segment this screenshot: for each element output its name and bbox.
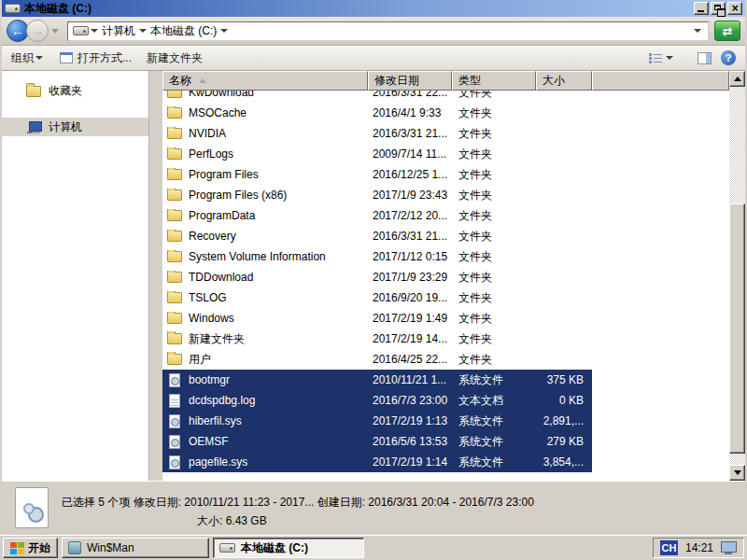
refresh-button[interactable]: ⇄ xyxy=(714,21,740,41)
taskbar: 开始 Win$Man 本地磁盘 (C:) CH 14:21 xyxy=(0,535,747,560)
file-row[interactable]: Windows2017/2/19 1:49文件夹 xyxy=(162,308,592,329)
file-row[interactable]: 用户2016/4/25 22...文件夹 xyxy=(162,349,592,370)
file-type: 文件夹 xyxy=(452,105,536,121)
drive-icon xyxy=(73,26,89,35)
clock[interactable]: 14:21 xyxy=(685,541,713,554)
selection-size: 大小: 6.43 GB xyxy=(197,511,534,530)
scroll-up-button[interactable] xyxy=(729,71,745,87)
chevron-down-icon[interactable] xyxy=(91,29,98,36)
file-row[interactable]: KwDownload2016/3/31 22...文件夹 xyxy=(162,91,592,103)
file-type: 系统文件 xyxy=(452,455,536,470)
file-date: 2017/2/19 1:14 xyxy=(368,455,452,469)
file-type: 文件夹 xyxy=(452,352,536,368)
help-button[interactable]: ? xyxy=(721,50,736,65)
window-title: 本地磁盘 (C:) xyxy=(24,1,692,17)
address-bar[interactable]: 计算机 本地磁盘 (C:) xyxy=(67,21,709,41)
column-header-empty[interactable] xyxy=(592,71,729,91)
chevron-down-icon[interactable] xyxy=(139,29,147,36)
title-bar[interactable]: 本地磁盘 (C:) × xyxy=(2,0,745,17)
language-indicator[interactable]: CH xyxy=(660,540,678,555)
chevron-down-icon[interactable] xyxy=(220,29,228,36)
taskbar-task-local-disk-c[interactable]: 本地磁盘 (C:) xyxy=(213,538,364,558)
start-button[interactable]: 开始 xyxy=(3,538,58,558)
file-row[interactable]: bootmgr2010/11/21 1...系统文件375 KB xyxy=(162,370,592,390)
file-row[interactable]: Program Files (x86)2017/1/9 23:43文件夹 xyxy=(162,185,592,205)
new-folder-button[interactable]: 新建文件夹 xyxy=(147,50,203,66)
file-type: 文件夹 xyxy=(452,270,536,286)
sidebar-item-computer[interactable]: 计算机 xyxy=(2,118,148,136)
vertical-scrollbar[interactable] xyxy=(729,71,745,481)
main-area: 收藏夹 计算机 名称 修改日期 类型 大小 KwDownl xyxy=(2,71,745,481)
close-button[interactable]: × xyxy=(727,2,742,15)
history-dropdown-icon[interactable] xyxy=(51,29,59,37)
file-row[interactable]: MSOCache2016/4/1 9:33文件夹 xyxy=(162,103,592,123)
column-header-size[interactable]: 大小 xyxy=(536,71,592,91)
views-button[interactable] xyxy=(649,52,675,63)
file-date: 2016/4/1 9:33 xyxy=(368,106,452,119)
column-header-type[interactable]: 类型 xyxy=(452,71,536,91)
selection-summary: 已选择 5 个项 修改日期: 2010/11/21 11:23 - 2017..… xyxy=(62,493,534,511)
file-row[interactable]: Program Files2016/12/25 1...文件夹 xyxy=(162,164,592,185)
breadcrumb-computer[interactable]: 计算机 xyxy=(102,23,135,39)
file-date: 2016/9/20 19... xyxy=(368,291,452,304)
file-row[interactable]: pagefile.sys2017/2/19 1:14系统文件3,854,... xyxy=(162,452,592,472)
file-size: 2,891,... xyxy=(536,414,587,427)
file-row[interactable]: TDDownload2017/1/9 23:29文件夹 xyxy=(162,267,592,287)
chevron-down-icon xyxy=(666,56,673,63)
file-name: System Volume Information xyxy=(189,250,326,263)
column-header-date[interactable]: 修改日期 xyxy=(368,71,452,91)
file-row[interactable]: 新建文件夹2017/2/19 14...文件夹 xyxy=(162,329,592,349)
navigation-bar: ← → 计算机 本地磁盘 (C:) ⇄ xyxy=(2,17,745,46)
multi-selection-icon xyxy=(15,487,49,528)
file-date: 2017/1/9 23:43 xyxy=(368,189,452,202)
file-row[interactable]: NVIDIA2016/3/31 21...文件夹 xyxy=(162,123,592,144)
system-icon xyxy=(169,414,180,428)
scrollbar-thumb[interactable] xyxy=(729,203,745,454)
file-date: 2009/7/14 11... xyxy=(368,147,452,161)
file-size: 375 KB xyxy=(536,373,587,386)
file-row[interactable]: hiberfil.sys2017/2/19 1:13系统文件2,891,... xyxy=(162,411,592,431)
file-name: TSLOG xyxy=(189,291,227,304)
file-type: 系统文件 xyxy=(452,413,536,429)
address-dropdown-icon[interactable] xyxy=(694,29,701,36)
display-tray-icon[interactable] xyxy=(721,541,737,554)
file-row[interactable]: ProgramData2017/2/12 20...文件夹 xyxy=(162,205,592,226)
file-date: 2016/12/25 1... xyxy=(368,168,452,181)
file-date: 2017/2/19 14... xyxy=(368,332,452,345)
file-name: TDDownload xyxy=(189,271,253,284)
folder-icon xyxy=(167,272,182,283)
file-name: dcdspdbg.log xyxy=(189,394,255,407)
scroll-down-button[interactable] xyxy=(729,465,745,481)
file-list-rows: KwDownload2016/3/31 22...文件夹MSOCache2016… xyxy=(162,91,729,481)
file-name: NVIDIA xyxy=(189,127,226,140)
file-row[interactable]: System Volume Information2017/1/12 0:15文… xyxy=(162,246,592,267)
preview-pane-button[interactable] xyxy=(698,52,712,64)
file-row[interactable]: OEMSF2016/5/6 13:53系统文件279 KB xyxy=(162,431,592,452)
folder-icon xyxy=(167,91,182,98)
pane-splitter[interactable] xyxy=(149,71,162,481)
restore-button[interactable] xyxy=(711,2,726,15)
folder-icon xyxy=(167,292,182,303)
open-with-button[interactable]: 打开方式... xyxy=(60,50,132,66)
taskbar-task-winsman[interactable]: Win$Man xyxy=(62,538,209,558)
file-type: 文件夹 xyxy=(452,208,536,224)
forward-button[interactable]: → xyxy=(26,20,49,42)
organize-button[interactable]: 组织 xyxy=(11,50,45,66)
file-row[interactable]: Recovery2016/3/31 21...文件夹 xyxy=(162,226,592,246)
file-type: 文件夹 xyxy=(452,167,536,183)
file-date: 2016/3/31 22... xyxy=(368,91,452,99)
sidebar-item-favorites[interactable]: 收藏夹 xyxy=(2,81,148,100)
column-header-name[interactable]: 名称 xyxy=(162,71,368,91)
file-row[interactable]: TSLOG2016/9/20 19...文件夹 xyxy=(162,287,592,308)
file-row[interactable]: dcdspdbg.log2016/7/3 23:00文本文档0 KB xyxy=(162,390,592,411)
file-date: 2017/1/9 23:29 xyxy=(368,271,452,284)
minimize-button[interactable] xyxy=(694,2,709,15)
breadcrumb-local-disk-c[interactable]: 本地磁盘 (C:) xyxy=(150,23,217,39)
file-name: Program Files xyxy=(189,168,259,181)
file-date: 2017/2/12 20... xyxy=(368,209,452,222)
file-name: ProgramData xyxy=(189,209,255,222)
file-type: 文件夹 xyxy=(452,331,536,347)
file-row[interactable]: PerfLogs2009/7/14 11...文件夹 xyxy=(162,144,592,164)
file-date: 2017/2/19 1:13 xyxy=(368,414,452,427)
folder-icon xyxy=(167,148,182,160)
